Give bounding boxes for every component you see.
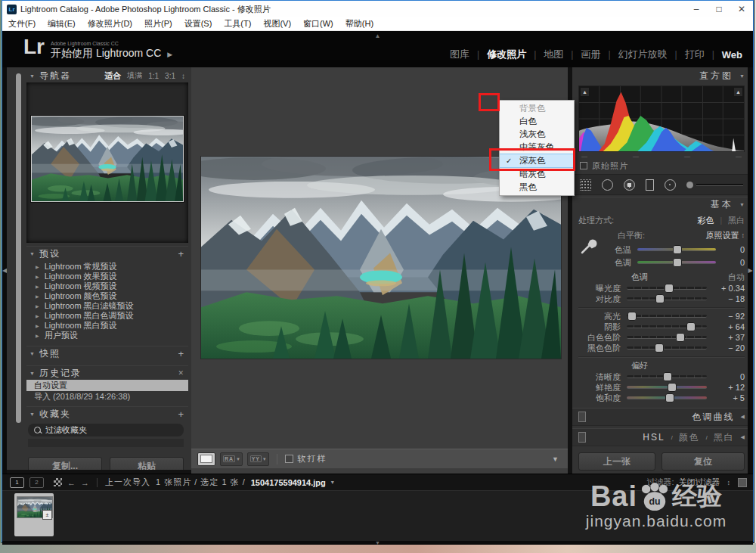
compare-view-button[interactable]: RA▾ bbox=[220, 452, 243, 466]
radial-filter-icon[interactable] bbox=[665, 179, 676, 191]
slider-thumb[interactable] bbox=[665, 284, 674, 293]
module-print[interactable]: 打印 bbox=[685, 48, 705, 61]
tint-slider[interactable] bbox=[637, 261, 716, 264]
slider-thumb[interactable] bbox=[668, 383, 677, 392]
menu-help[interactable]: 帮助(H) bbox=[345, 18, 373, 30]
titlebar[interactable]: Lr Lightroom Catalog - Adobe Photoshop L… bbox=[2, 1, 753, 17]
menu-item-black[interactable]: 黑色 bbox=[500, 181, 574, 194]
zoom-1-1[interactable]: 1:1 bbox=[148, 72, 159, 80]
add-collection-icon[interactable]: + bbox=[178, 409, 184, 420]
slider-thumb[interactable] bbox=[663, 372, 672, 381]
toolbar-options-icon[interactable]: ▼ bbox=[552, 455, 562, 463]
panel-switch-icon[interactable] bbox=[578, 432, 586, 443]
disclosure-right-icon[interactable]: ▶ bbox=[36, 333, 39, 338]
module-library[interactable]: 图库 bbox=[450, 48, 469, 61]
menu-tools[interactable]: 工具(T) bbox=[224, 18, 251, 30]
slider-thumb[interactable] bbox=[673, 258, 682, 267]
paste-button[interactable]: 粘贴 bbox=[110, 457, 184, 470]
disclosure-right-icon[interactable]: ▶ bbox=[36, 274, 39, 279]
survey-view-button[interactable]: YY▾ bbox=[247, 452, 269, 466]
maximize-button[interactable]: □ bbox=[708, 1, 730, 17]
previous-photo-icon[interactable]: ← bbox=[67, 478, 76, 487]
add-preset-icon[interactable]: + bbox=[178, 248, 184, 259]
highlights-slider[interactable] bbox=[627, 315, 707, 318]
menu-settings[interactable]: 设置(S) bbox=[184, 18, 212, 30]
collapse-top-icon[interactable]: ▲ bbox=[375, 33, 381, 39]
treatment-bw[interactable]: 黑白 bbox=[728, 215, 745, 226]
navigator-thumbnail[interactable] bbox=[31, 116, 184, 202]
basic-header[interactable]: 基本 ▼ bbox=[572, 197, 751, 211]
histogram-header[interactable]: 直方图 ▼ bbox=[572, 69, 751, 82]
slider-thumb[interactable] bbox=[655, 294, 665, 303]
original-photo-checkbox[interactable] bbox=[580, 162, 587, 169]
zoom-fill[interactable]: 填满 bbox=[127, 70, 142, 81]
reset-button[interactable]: 复位 bbox=[662, 452, 745, 471]
next-photo-icon[interactable]: → bbox=[81, 478, 89, 487]
monitor-1-button[interactable]: 1 bbox=[10, 477, 24, 488]
add-snapshot-icon[interactable]: + bbox=[178, 348, 184, 359]
wb-eyedropper[interactable] bbox=[578, 229, 601, 267]
collections-filter[interactable]: 过滤收藏夹 bbox=[28, 424, 184, 436]
disclosure-down-icon[interactable]: ▼ bbox=[739, 73, 745, 79]
exposure-slider[interactable] bbox=[627, 287, 707, 290]
blacks-slider[interactable] bbox=[627, 346, 707, 350]
disclosure-down-icon[interactable]: ▼ bbox=[29, 351, 35, 356]
copy-button[interactable]: 复制... bbox=[28, 457, 102, 470]
hsl-bw-title[interactable]: 黑白 bbox=[714, 431, 735, 444]
menu-view[interactable]: 视图(V) bbox=[263, 18, 291, 30]
highlight-clipping-icon[interactable]: ▲ bbox=[734, 88, 742, 96]
treatment-color[interactable]: 彩色 bbox=[697, 215, 714, 226]
module-slideshow[interactable]: 幻灯片放映 bbox=[618, 48, 668, 61]
auto-button[interactable]: 自动 bbox=[728, 272, 745, 283]
hsl-panel[interactable]: HSL / 颜色 / 黑白 ◀ bbox=[572, 428, 751, 446]
clear-history-icon[interactable]: ✕ bbox=[178, 369, 184, 377]
temp-slider[interactable] bbox=[637, 248, 716, 251]
navigator-preview[interactable] bbox=[26, 82, 188, 243]
module-map[interactable]: 地图 bbox=[544, 48, 563, 61]
zoom-fit[interactable]: 适合 bbox=[104, 70, 121, 82]
filmstrip-thumbnail-selected[interactable]: ± bbox=[14, 493, 54, 536]
selected-filename[interactable]: 1504175594914.jpg bbox=[251, 478, 326, 487]
graduated-filter-icon[interactable] bbox=[646, 179, 654, 191]
monitor-2-button[interactable]: 2 bbox=[29, 477, 44, 488]
grid-view-icon[interactable] bbox=[54, 478, 62, 486]
module-develop[interactable]: 修改照片 bbox=[487, 48, 526, 61]
get-started-link[interactable]: 开始使用 Lightroom CC▶ bbox=[51, 48, 172, 58]
brush-slider[interactable] bbox=[696, 184, 743, 186]
disclosure-right-icon[interactable]: ▶ bbox=[36, 294, 39, 299]
preset-item[interactable]: ▶用户预设 bbox=[26, 331, 188, 340]
slider-thumb[interactable] bbox=[665, 393, 674, 402]
module-book[interactable]: 画册 bbox=[581, 48, 600, 61]
menu-window[interactable]: 窗口(W) bbox=[303, 18, 333, 30]
soft-proof-checkbox[interactable] bbox=[285, 455, 293, 463]
slider-thumb[interactable] bbox=[655, 343, 664, 353]
disclosure-down-icon[interactable]: ▼ bbox=[29, 412, 35, 417]
contrast-slider[interactable] bbox=[627, 297, 707, 300]
saturation-slider[interactable] bbox=[627, 396, 707, 399]
adjustment-brush[interactable] bbox=[686, 182, 743, 188]
right-panel-collapse[interactable]: ▶ bbox=[748, 67, 753, 474]
snapshots-header[interactable]: ▼ 快照 + bbox=[26, 346, 188, 360]
disclosure-right-icon[interactable]: ▶ bbox=[36, 264, 39, 269]
disclosure-right-icon[interactable]: ▶ bbox=[36, 284, 39, 289]
slider-thumb[interactable] bbox=[686, 322, 696, 331]
module-web[interactable]: Web bbox=[722, 49, 742, 61]
menu-item-white[interactable]: 白色 bbox=[500, 115, 574, 128]
tone-curve-panel[interactable]: 色调曲线 ◀ bbox=[572, 408, 751, 426]
slider-thumb[interactable] bbox=[676, 333, 685, 342]
zoom-3-1[interactable]: 3:1 bbox=[165, 72, 175, 80]
disclosure-down-icon[interactable]: ▼ bbox=[739, 202, 745, 207]
navigator-header[interactable]: ▼ 导航器 适合 填满 1:1 3:1 ↕ bbox=[26, 69, 188, 82]
slider-thumb[interactable] bbox=[627, 312, 637, 321]
spot-removal-icon[interactable] bbox=[602, 179, 613, 191]
disclosure-down-icon[interactable]: ▼ bbox=[29, 371, 35, 376]
history-header[interactable]: ▼ 历史记录 ✕ bbox=[26, 365, 188, 380]
collapsed-panel-icon[interactable]: ◀ bbox=[741, 434, 745, 440]
menu-item-light-gray[interactable]: 浅灰色 bbox=[500, 128, 574, 141]
shadows-slider[interactable] bbox=[627, 325, 707, 328]
close-button[interactable]: ✕ bbox=[730, 1, 753, 17]
left-scrollbar[interactable] bbox=[16, 73, 21, 423]
hsl-color-title[interactable]: 颜色 bbox=[679, 431, 700, 444]
panel-switch-icon[interactable] bbox=[578, 412, 586, 422]
shadow-clipping-icon[interactable]: ▲ bbox=[581, 88, 589, 96]
